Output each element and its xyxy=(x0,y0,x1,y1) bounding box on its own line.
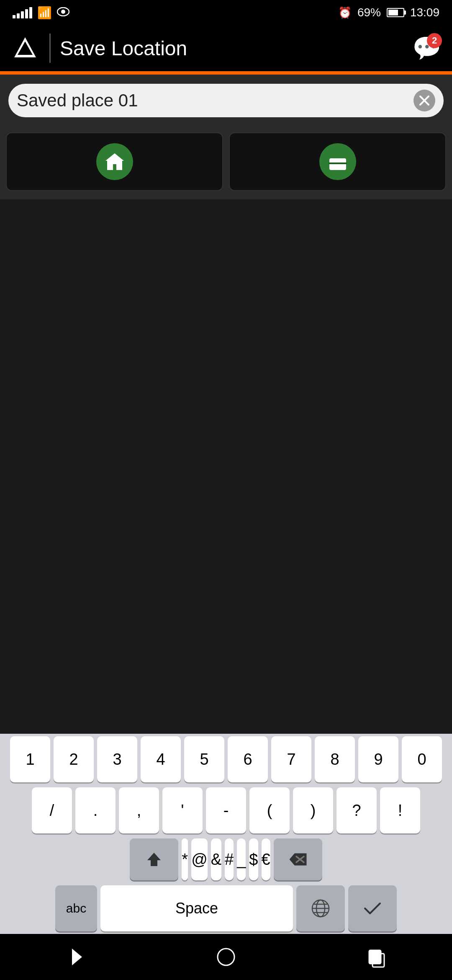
clock: 13:09 xyxy=(410,6,439,19)
notification-button[interactable]: 💬 2 xyxy=(412,33,442,63)
keyboard: 1 2 3 4 5 6 7 8 9 0 / . , ' - ( ) ? ! * … xyxy=(0,734,452,934)
key-open-paren[interactable]: ( xyxy=(249,787,290,833)
status-right: ⏰ 69% 13:09 xyxy=(338,6,439,19)
briefcase-icon xyxy=(327,151,349,173)
location-type-buttons xyxy=(0,126,452,199)
home-icon xyxy=(104,151,126,173)
status-bar: 📶 ⏰ 69% 13:09 xyxy=(0,0,452,25)
key-comma[interactable]: , xyxy=(119,787,159,833)
alarm-icon: ⏰ xyxy=(338,6,352,19)
globe-key[interactable] xyxy=(296,885,345,931)
key-2[interactable]: 2 xyxy=(54,736,94,782)
shift-key[interactable] xyxy=(130,838,178,880)
abc-key[interactable]: abc xyxy=(55,885,97,931)
svg-marker-16 xyxy=(72,949,82,965)
battery-percent: 69% xyxy=(357,6,381,19)
status-left: 📶 xyxy=(13,6,69,20)
search-input-container xyxy=(8,84,444,117)
eye-icon xyxy=(57,6,69,19)
location-name-input[interactable] xyxy=(17,90,413,111)
key-close-paren[interactable]: ) xyxy=(293,787,333,833)
key-3[interactable]: 3 xyxy=(97,736,137,782)
svg-rect-7 xyxy=(329,162,347,164)
key-slash[interactable]: / xyxy=(32,787,72,833)
key-hash[interactable]: # xyxy=(225,838,234,880)
app-header: Save Location 💬 2 xyxy=(0,25,452,71)
wifi-icon: 📶 xyxy=(37,6,52,20)
accent-bar xyxy=(0,71,452,75)
keyboard-modifier-row: * @ & # _ $ € xyxy=(0,836,452,883)
work-location-button[interactable] xyxy=(229,132,446,191)
keyboard-symbol-row: / . , ' - ( ) ? ! xyxy=(0,785,452,836)
key-8[interactable]: 8 xyxy=(315,736,355,782)
key-question[interactable]: ? xyxy=(336,787,377,833)
search-area xyxy=(0,75,452,126)
key-9[interactable]: 9 xyxy=(358,736,398,782)
battery-icon xyxy=(387,8,404,17)
home-location-button[interactable] xyxy=(6,132,223,191)
navigation-bar xyxy=(0,934,452,980)
recents-button[interactable] xyxy=(360,940,393,974)
key-dollar[interactable]: $ xyxy=(249,838,258,880)
work-icon-circle xyxy=(319,143,356,180)
keyboard-number-row: 1 2 3 4 5 6 7 8 9 0 xyxy=(0,734,452,785)
done-key[interactable] xyxy=(348,885,397,931)
keyboard-bottom-row: abc Space xyxy=(0,883,452,934)
svg-point-17 xyxy=(218,949,234,965)
svg-point-1 xyxy=(61,10,65,14)
key-7[interactable]: 7 xyxy=(271,736,311,782)
main-content xyxy=(0,199,452,734)
key-4[interactable]: 4 xyxy=(141,736,181,782)
signal-icon xyxy=(13,7,32,18)
home-icon-circle xyxy=(96,143,133,180)
key-underscore[interactable]: _ xyxy=(237,838,246,880)
key-asterisk[interactable]: * xyxy=(182,838,188,880)
key-hyphen[interactable]: - xyxy=(206,787,246,833)
clear-input-button[interactable] xyxy=(413,90,435,111)
key-ampersand[interactable]: & xyxy=(211,838,221,880)
svg-marker-8 xyxy=(147,853,161,866)
key-period[interactable]: . xyxy=(75,787,116,833)
key-5[interactable]: 5 xyxy=(184,736,224,782)
space-key[interactable]: Space xyxy=(100,885,293,931)
app-logo[interactable] xyxy=(10,33,40,63)
key-exclaim[interactable]: ! xyxy=(380,787,420,833)
key-0[interactable]: 0 xyxy=(402,736,442,782)
back-button[interactable] xyxy=(59,940,92,974)
home-button[interactable] xyxy=(209,940,243,974)
header-divider xyxy=(49,34,51,63)
svg-rect-18 xyxy=(369,950,381,964)
key-1[interactable]: 1 xyxy=(10,736,50,782)
key-6[interactable]: 6 xyxy=(228,736,268,782)
page-title: Save Location xyxy=(60,37,412,60)
backspace-key[interactable] xyxy=(274,838,322,880)
notification-badge: 2 xyxy=(427,33,442,48)
key-apostrophe[interactable]: ' xyxy=(162,787,203,833)
key-euro[interactable]: € xyxy=(262,838,270,880)
key-at[interactable]: @ xyxy=(191,838,208,880)
